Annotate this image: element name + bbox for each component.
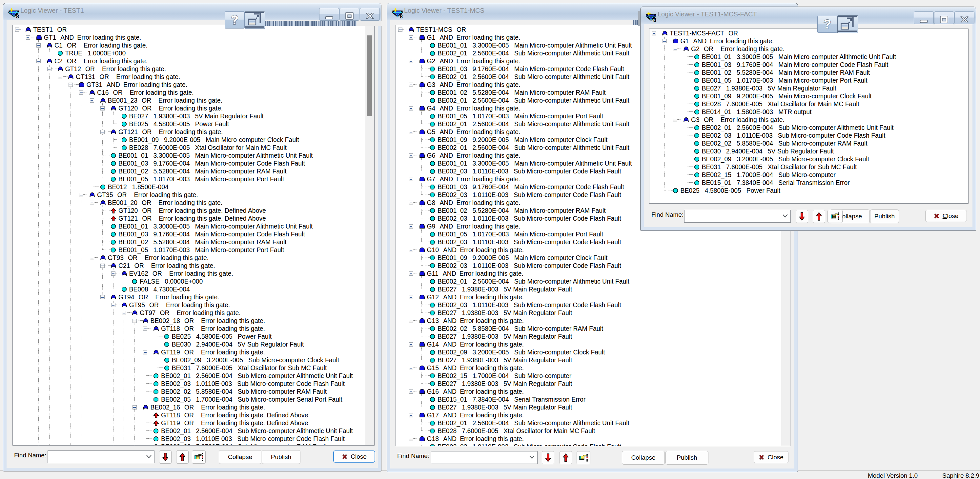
tree-expand-box[interactable]: [15, 27, 19, 32]
find-next-button[interactable]: [795, 210, 808, 223]
tree-row[interactable]: C1ORError loading this gate.: [13, 41, 374, 49]
logic-tree[interactable]: TEST1-MCS-FACTORG1ANDError loading this …: [649, 29, 969, 204]
tree-expand-box[interactable]: [111, 303, 115, 307]
tree-expand-box[interactable]: [409, 35, 413, 40]
tree-expand-box[interactable]: [100, 106, 105, 111]
tree-row[interactable]: TEST1-MCS-FACTOR: [649, 29, 968, 37]
tree-row[interactable]: BE002_012.5600E-004Sub Micro-computer Al…: [13, 372, 374, 380]
tree-row[interactable]: BE001_013.3000E-005Main Micro-computer A…: [13, 151, 374, 159]
tree-row[interactable]: G12ANDError loading this gate.: [396, 293, 790, 301]
scrollbar-thumb[interactable]: [367, 35, 372, 116]
tree-row[interactable]: BE002_093.2000E-005Sub Micro-computer Cl…: [396, 348, 790, 356]
tree-row[interactable]: G17ANDError loading this gate.: [396, 411, 790, 419]
tree-row[interactable]: GT12ORError loading this gate.: [13, 65, 374, 73]
tree-expand-box[interactable]: [26, 35, 30, 40]
tree-expand-box[interactable]: [398, 27, 402, 32]
tree-row[interactable]: BE0271.9380E-0035V Main Regulator Fault: [396, 285, 790, 293]
publish-window-button[interactable]: [245, 11, 265, 29]
tree-expand-box[interactable]: [37, 43, 41, 48]
find-previous-button[interactable]: [813, 210, 825, 223]
tree-expand-box[interactable]: [652, 31, 656, 35]
close-dialog-button[interactable]: Close: [333, 450, 375, 463]
tree-expand-box[interactable]: [100, 295, 105, 299]
close-button[interactable]: [360, 8, 380, 21]
tree-expand-box[interactable]: [409, 82, 413, 87]
tree-row[interactable]: BE001_013.3000E-005Main Micro-computer A…: [13, 222, 374, 230]
goto-button[interactable]: [827, 210, 843, 223]
tree-expand-box[interactable]: [111, 271, 115, 276]
tree-row[interactable]: BE002_031.0110E-003Sub Micro-computer Co…: [13, 380, 374, 387]
tree-row[interactable]: BE001_039.1760E-004Main Micro-computer C…: [649, 61, 968, 68]
tree-row[interactable]: BE001_051.0170E-003Main Micro-computer P…: [396, 230, 790, 238]
publish-button[interactable]: Publish: [870, 209, 899, 223]
tree-row[interactable]: G2ORError loading this gate.: [649, 45, 968, 53]
tree-row[interactable]: BE002_031.0110E-003Sub Micro-computer Co…: [396, 301, 790, 309]
tree-row[interactable]: C16ORError loading this gate.: [13, 89, 374, 97]
tree-row[interactable]: G10ANDError loading this gate.: [396, 246, 790, 254]
tree-expand-box[interactable]: [100, 130, 105, 134]
tree-row[interactable]: G11ANDError loading this gate.: [396, 270, 790, 278]
publish-button[interactable]: Publish: [262, 450, 301, 464]
tree-expand-box[interactable]: [132, 319, 137, 323]
tree-row[interactable]: C2ORError loading this gate.: [13, 57, 374, 65]
find-next-button[interactable]: [159, 450, 172, 463]
goto-button[interactable]: [577, 451, 590, 464]
tree-row[interactable]: BE001_23ORError loading this gate.: [13, 97, 374, 104]
tree-row[interactable]: GT118ORError loading this gate.: [13, 325, 374, 332]
tree-row[interactable]: GT1ANDError loading this gate.: [13, 33, 374, 41]
tree-expand-box[interactable]: [90, 98, 94, 103]
collapse-button[interactable]: Collapse: [219, 450, 261, 464]
tree-row[interactable]: BE002_031.0110E-003Sub Micro-computer Co…: [396, 443, 790, 446]
tree-row[interactable]: GT95ORError loading this gate.: [13, 301, 374, 309]
tree-row[interactable]: FALSE0.0000E+000: [13, 278, 374, 285]
goto-button[interactable]: [192, 450, 206, 463]
find-next-button[interactable]: [542, 451, 554, 464]
tree-expand-box[interactable]: [143, 327, 147, 331]
tree-row[interactable]: BE001_051.0170E-003Main Micro-computer P…: [649, 76, 968, 84]
tree-expand-box[interactable]: [409, 154, 413, 158]
tree-row[interactable]: GT119ORError loading this gate.: [13, 348, 374, 356]
tree-row[interactable]: GT93ORError loading this gate.: [13, 254, 374, 262]
tree-row[interactable]: GT121ORError loading this gate.: [13, 128, 374, 136]
tree-row[interactable]: EV162ORError loading this gate.: [13, 270, 374, 278]
tree-row[interactable]: BE002_025.8580E-004Sub Micro-computer RA…: [649, 140, 968, 147]
close-dialog-button[interactable]: Close: [925, 210, 967, 222]
tree-row[interactable]: BE0084.7300E-004: [13, 285, 374, 293]
tree-row[interactable]: BE001_039.1760E-004Main Micro-computer C…: [13, 159, 374, 167]
tree-row[interactable]: BE002_031.0110E-003Sub Micro-computer Co…: [396, 238, 790, 246]
maximize-button[interactable]: [339, 8, 360, 21]
tree-row[interactable]: GT94ORError loading this gate.: [13, 293, 374, 301]
tree-expand-box[interactable]: [409, 271, 413, 276]
tree-expand-box[interactable]: [90, 201, 94, 205]
publish-button[interactable]: Publish: [665, 451, 708, 465]
find-name-combobox[interactable]: [48, 450, 154, 463]
tree-row[interactable]: BE002_16ORError loading this gate.: [13, 403, 374, 411]
tree-row[interactable]: BE002_093.2000E-005Sub Micro-computer Cl…: [13, 356, 374, 364]
tree-row[interactable]: GT119ORError loading this gate. Defined …: [13, 419, 374, 427]
tree-row[interactable]: TRUE1.0000E+000: [13, 49, 374, 57]
tree-expand-box[interactable]: [122, 311, 126, 315]
tree-row[interactable]: BE0271.9380E-0035V Main Regulator Fault: [396, 309, 790, 317]
tree-row[interactable]: BE002_18ORError loading this gate.: [13, 317, 374, 325]
help-button[interactable]: ?: [225, 11, 245, 29]
tree-row[interactable]: C21ORError loading this gate.: [13, 262, 374, 270]
tree-row[interactable]: G1ANDError loading this gate.: [649, 37, 968, 45]
tree-expand-box[interactable]: [409, 437, 413, 441]
close-button[interactable]: [955, 11, 974, 24]
tree-row[interactable]: BE0271.9380E-0035V Main Regulator Fault: [396, 380, 790, 387]
tree-expand-box[interactable]: [409, 342, 413, 347]
tree-row[interactable]: BE0271.9380E-0035V Main Regulator Fault: [396, 356, 790, 364]
find-name-combobox[interactable]: [431, 451, 538, 464]
tree-row[interactable]: GT97ORError loading this gate.: [13, 309, 374, 317]
tree-expand-box[interactable]: [143, 350, 147, 354]
tree-row[interactable]: BE001_039.1760E-004Main Micro-computer C…: [13, 230, 374, 238]
tree-row[interactable]: BE0317.6000E-005Xtal Oscillator for Sub …: [649, 163, 968, 171]
tree-row[interactable]: BE0287.6000E-005Xtal Oscillator for Main…: [396, 427, 790, 435]
minimize-button[interactable]: [914, 11, 934, 24]
tree-expand-box[interactable]: [409, 59, 413, 63]
tree-expand-box[interactable]: [58, 75, 62, 79]
publish-window-button[interactable]: [837, 16, 858, 33]
tree-row[interactable]: GT120ORError loading this gate.: [13, 104, 374, 112]
tree-row[interactable]: BE002_012.5600E-004Sub Micro-computer Al…: [396, 419, 790, 427]
tree-row[interactable]: BE001_025.5280E-004Main Micro-computer R…: [649, 68, 968, 76]
